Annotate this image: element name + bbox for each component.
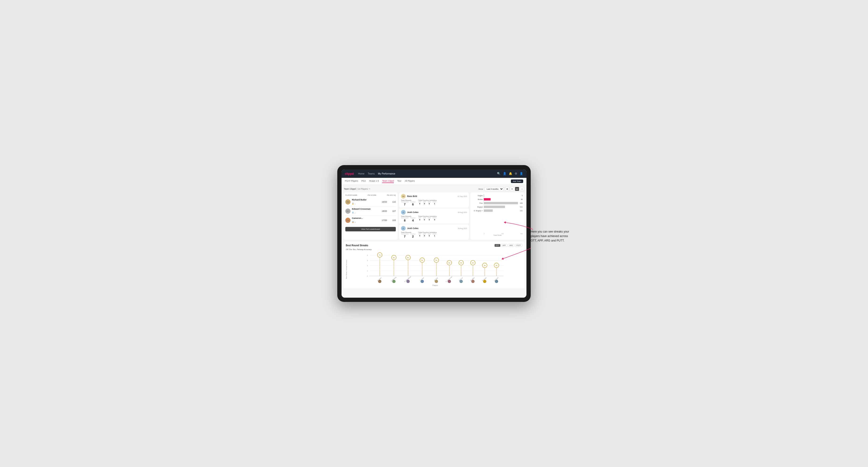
table-view-btn[interactable]: ▤ — [515, 187, 519, 191]
avatar: CM — [345, 218, 350, 223]
app-logo: clippd — [345, 172, 354, 176]
edit-icon[interactable]: ✏ — [369, 188, 371, 190]
x-axis-label: Players — [348, 284, 522, 286]
tab-tour[interactable]: Tour — [397, 180, 401, 183]
player-count: | 14 Players — [356, 188, 368, 190]
grid-view-btn[interactable]: ⊞ — [505, 187, 509, 191]
practice-activities-group: Total Practice Activities OTT 0 APP — [418, 199, 437, 206]
putt-val: 0 — [434, 219, 435, 221]
lollipop-chart-wrapper: Best Streak, Fairway Accuracy 0 — [346, 252, 522, 286]
tablet-screen: clippd Home Teams My Performance 🔍 👤 🔔 ⚙… — [342, 169, 526, 298]
practice-activities-label: Total Practice Activities — [418, 231, 437, 233]
player-card: JC Josh Coles 26 Aug 2023 Total Rounds T… — [399, 224, 469, 240]
bar-value: 499 — [520, 203, 523, 204]
bar-label: Pars — [472, 203, 483, 204]
svg-text:6x: 6x — [407, 257, 409, 258]
nav-home[interactable]: Home — [358, 173, 365, 175]
team-header: Team Clippd | 14 Players ✏ Show Last 3 m… — [343, 187, 525, 191]
total-rounds-group: Total Rounds Tournament 8 Practice — [401, 216, 415, 222]
svg-point-40 — [448, 280, 451, 283]
ott-stat: OTT 0 — [418, 233, 421, 237]
col-pb-avg: PB AVG SQ — [387, 194, 396, 196]
card-player-name[interactable]: Josh Coles — [407, 227, 456, 229]
x-label: 200 — [501, 233, 503, 235]
tournament-stat: Tournament 8 — [401, 217, 408, 222]
activities-sub-row: OTT 0 APP 0 ARG — [418, 201, 437, 205]
card-date: 26 Aug 2023 — [458, 212, 467, 213]
player-info: Edward Crossman 🥈 2 — [352, 208, 379, 214]
svg-point-30 — [421, 280, 424, 283]
player-header-row: PLAYER NAME PB SCORE PB AVG SQ — [345, 194, 396, 196]
ott-stat: OTT 0 — [418, 217, 421, 221]
bell-icon[interactable]: 🔔 — [509, 172, 512, 175]
putt-stat: PUTT 1 — [433, 233, 436, 237]
bar-container — [484, 194, 520, 197]
show-controls: Show Last 3 months ⊞ ≡ ▤ ↕ — [478, 187, 524, 191]
y-axis-label: Best Streak, Fairway Accuracy — [346, 252, 347, 286]
streak-tab-app[interactable]: APP — [501, 244, 507, 247]
bar-row: Bogeys 311 — [472, 206, 523, 208]
user-avatar-icon[interactable]: 👤 — [520, 172, 523, 175]
svg-point-55 — [483, 280, 486, 283]
app-val: 0 — [424, 235, 425, 237]
add-team-button[interactable]: Add Team — [511, 180, 523, 183]
x-label: 0 — [484, 233, 485, 235]
settings-icon[interactable]: ⚙ — [515, 172, 517, 175]
bar-label: Bogeys — [472, 206, 483, 208]
tab-pgat[interactable]: PGAT Players — [345, 180, 358, 183]
tournament-val: 7 — [404, 203, 405, 206]
streak-tab-putt[interactable]: PUTT — [515, 244, 522, 247]
player-badge: 🥈 2 — [352, 212, 355, 214]
tab-pga[interactable]: PGA — [361, 180, 366, 183]
total-rounds-label: Total Rounds — [401, 199, 415, 201]
player-name[interactable]: Cameron... — [352, 217, 379, 219]
player-name[interactable]: Richard Butler — [352, 198, 379, 201]
nav-my-performance[interactable]: My Performance — [378, 173, 395, 175]
leaderboard-panel: PLAYER NAME PB SCORE PB AVG SQ RB Richar… — [343, 192, 398, 240]
list-view-btn[interactable]: ≡ — [510, 187, 514, 191]
subnav: PGAT Players PGA Hcaps 1-5 Team Clippd T… — [342, 178, 526, 185]
tab-all-players[interactable]: All Players — [405, 180, 415, 183]
nav-teams[interactable]: Teams — [368, 173, 375, 175]
person-icon[interactable]: 👤 — [503, 172, 506, 175]
bar-row: Pars 499 — [472, 202, 523, 204]
svg-text:4x: 4x — [448, 262, 450, 264]
lollipop-chart-area: 0 2 4 6 8 7x E. Ebe — [348, 252, 522, 286]
app-stat: APP 0 — [423, 217, 426, 221]
card-player-name[interactable]: Rees Britt — [407, 195, 456, 197]
svg-text:4x: 4x — [472, 262, 474, 264]
view-leaderboard-button[interactable]: View Full Leaderboard — [345, 227, 396, 231]
streaks-title: Best Round Streaks — [346, 244, 368, 247]
search-icon[interactable]: 🔍 — [497, 172, 500, 175]
content-grid: PLAYER NAME PB SCORE PB AVG SQ RB Richar… — [343, 192, 525, 240]
table-row: CM Cameron... 🥉 3 17/20 103 — [345, 216, 396, 225]
svg-point-45 — [460, 280, 463, 283]
player-name[interactable]: Edward Crossman — [352, 208, 379, 210]
putt-stat: PUTT 1 — [433, 201, 436, 205]
col-pb-score: PB SCORE — [368, 194, 376, 196]
tab-hcaps[interactable]: Hcaps 1-5 — [369, 180, 379, 183]
card-player-name[interactable]: Josh Coles — [407, 211, 456, 214]
avatar: RB — [345, 199, 350, 205]
bar-fill — [484, 202, 518, 204]
subnav-tabs: PGAT Players PGA Hcaps 1-5 Team Clippd T… — [345, 180, 415, 183]
svg-text:0: 0 — [367, 275, 368, 277]
detail-view-btn[interactable]: ↕ — [520, 187, 524, 191]
streak-tab-ott[interactable]: OTT — [494, 244, 500, 247]
app-val: 0 — [424, 203, 425, 205]
svg-text:6x: 6x — [393, 257, 395, 258]
nav-links: Home Teams My Performance — [358, 173, 497, 175]
app-val: 0 — [424, 219, 425, 221]
streak-tab-arg[interactable]: ARG — [508, 244, 515, 247]
streaks-tabs: OTT APP ARG PUTT — [494, 244, 522, 247]
bar-value: 131 — [520, 210, 523, 212]
rounds-sub-row: Tournament 7 Practice 2 — [401, 233, 415, 238]
practice-stat: Practice 2 — [410, 233, 415, 238]
total-rounds-label: Total Rounds — [401, 216, 415, 217]
svg-text:3x: 3x — [484, 264, 486, 266]
tab-team-clippd[interactable]: Team Clippd — [382, 180, 394, 183]
bar-fill — [484, 198, 491, 200]
period-select[interactable]: Last 3 months — [485, 187, 503, 191]
bar-row: D. Bogeys + 131 — [472, 210, 523, 212]
svg-text:2: 2 — [367, 270, 368, 272]
